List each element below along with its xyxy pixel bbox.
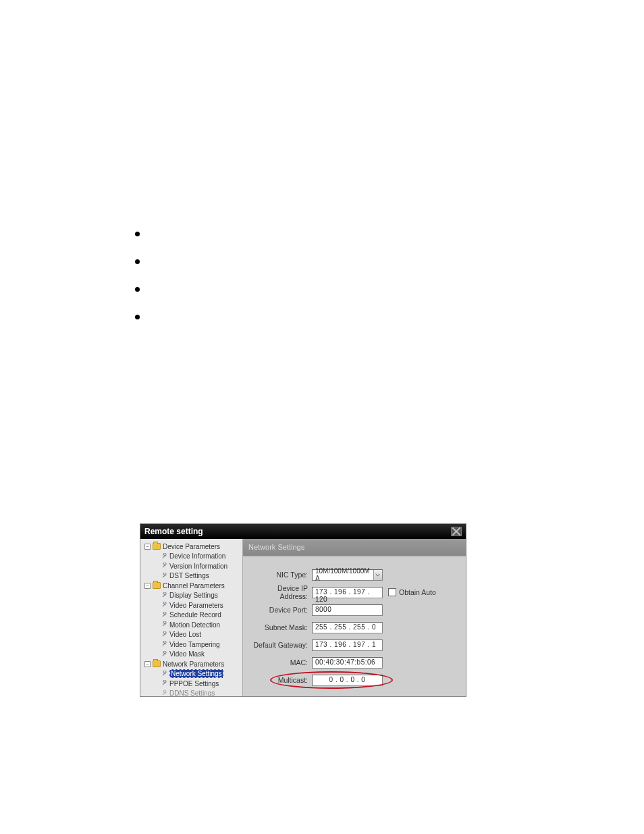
tree-item-display-settings[interactable]: Display Settings xyxy=(142,591,241,601)
tree-item-pppoe-settings[interactable]: PPPOE Settings xyxy=(142,679,241,689)
wrench-icon xyxy=(161,592,167,599)
bullet-item xyxy=(135,315,140,319)
wrench-icon xyxy=(161,631,167,638)
tree-item-video-mask[interactable]: Video Mask xyxy=(142,650,241,660)
tree-item-video-lost[interactable]: Video Lost xyxy=(142,630,241,640)
folder-icon xyxy=(153,582,161,589)
select-value: 10M/100M/1000M A xyxy=(315,567,373,582)
label-ip-address: Device IP Address: xyxy=(248,584,312,600)
label-obtain-auto: Obtain Auto xyxy=(399,588,436,596)
network-settings-panel: Network Settings NIC Type: 10M/100M/1000… xyxy=(243,539,466,696)
label-multicast: Multicast: xyxy=(248,676,312,684)
collapse-icon[interactable]: − xyxy=(144,583,151,589)
wrench-icon xyxy=(161,612,167,619)
row-default-gateway: Default Gateway: 173 . 196 . 197 . 1 xyxy=(248,639,460,651)
input-default-gateway[interactable]: 173 . 196 . 197 . 1 xyxy=(312,640,383,651)
tree-label: Version Information xyxy=(169,563,227,570)
label-default-gateway: Default Gateway: xyxy=(248,641,312,649)
wrench-icon xyxy=(161,573,167,579)
collapse-icon[interactable]: − xyxy=(144,661,151,667)
wrench-icon xyxy=(161,671,167,677)
input-ip-address[interactable]: 173 . 196 . 197 . 120 xyxy=(312,587,383,598)
label-mac: MAC: xyxy=(248,658,312,667)
checkbox-obtain-auto[interactable] xyxy=(388,588,396,596)
label-subnet-mask: Subnet Mask: xyxy=(248,623,312,631)
tree-item-video-parameters[interactable]: Video Parameters xyxy=(142,600,241,610)
tree-label: Video Mask xyxy=(169,650,205,658)
input-multicast[interactable]: 0 . 0 . 0 . 0 xyxy=(312,675,383,686)
wrench-icon xyxy=(161,641,167,648)
tree-label: Channel Parameters xyxy=(163,582,225,590)
tree-item-schedule-record[interactable]: Schedule Record xyxy=(142,610,241,621)
tree-label-selected: Network Settings xyxy=(169,669,223,678)
tree-label: Device Parameters xyxy=(163,543,220,550)
collapse-icon[interactable]: − xyxy=(144,544,151,550)
tree-label: Display Settings xyxy=(169,592,218,599)
tree-item-ddns-settings[interactable]: DDNS Settings xyxy=(142,689,241,697)
select-nic-type[interactable]: 10M/100M/1000M A xyxy=(312,569,383,581)
folder-icon xyxy=(153,660,161,667)
tree-label: Video Parameters xyxy=(169,602,223,609)
dialog-title: Remote setting xyxy=(144,527,203,536)
input-mac[interactable]: 00:40:30:47:b5:06 xyxy=(312,657,383,669)
row-ip-address: Device IP Address: 173 . 196 . 197 . 120… xyxy=(248,586,460,598)
row-multicast: Multicast: 0 . 0 . 0 . 0 xyxy=(248,674,460,686)
wrench-icon xyxy=(161,690,167,696)
tree-folder-channel-parameters[interactable]: − Channel Parameters xyxy=(142,581,241,591)
wrench-icon xyxy=(161,680,167,687)
tree-label: Network Parameters xyxy=(163,660,224,668)
input-subnet-mask[interactable]: 255 . 255 . 255 . 0 xyxy=(312,622,383,633)
tree-label: DST Settings xyxy=(169,572,209,579)
tree-label: PPPOE Settings xyxy=(169,680,219,687)
folder-icon xyxy=(153,543,161,550)
tree-item-video-tampering[interactable]: Video Tampering xyxy=(142,640,241,650)
close-icon xyxy=(452,527,461,536)
input-device-port[interactable]: 8000 xyxy=(312,604,383,616)
tree-item-device-information[interactable]: Device Information xyxy=(142,552,241,562)
tree-label: DDNS Settings xyxy=(169,689,215,696)
dialog-titlebar: Remote setting xyxy=(140,524,466,539)
wrench-icon xyxy=(161,553,167,560)
tree-item-network-settings[interactable]: Network Settings xyxy=(142,669,241,679)
tree-label: Video Lost xyxy=(169,631,201,638)
tree-folder-network-parameters[interactable]: − Network Parameters xyxy=(142,659,241,669)
tree-item-motion-detection[interactable]: Motion Detection xyxy=(142,620,241,630)
settings-tree: − Device Parameters Device Information V… xyxy=(140,539,243,696)
wrench-icon xyxy=(161,563,167,569)
wrench-icon xyxy=(161,621,167,628)
bullet-item xyxy=(135,232,140,236)
document-bullets xyxy=(135,232,140,342)
tree-label: Video Tampering xyxy=(169,641,220,648)
tree-item-dst-settings[interactable]: DST Settings xyxy=(142,571,241,581)
chevron-down-icon xyxy=(373,570,382,580)
bullet-item xyxy=(135,259,140,264)
wrench-icon xyxy=(161,651,167,658)
row-subnet-mask: Subnet Mask: 255 . 255 . 255 . 0 xyxy=(248,621,460,633)
tree-folder-device-parameters[interactable]: − Device Parameters xyxy=(142,542,241,552)
tree-label: Motion Detection xyxy=(169,621,220,629)
row-mac: MAC: 00:40:30:47:b5:06 xyxy=(248,656,460,669)
row-nic-type: NIC Type: 10M/100M/1000M A xyxy=(248,569,460,581)
row-device-port: Device Port: 8000 xyxy=(248,604,460,616)
tree-item-version-information[interactable]: Version Information xyxy=(142,561,241,571)
label-nic-type: NIC Type: xyxy=(248,571,312,579)
tree-label: Device Information xyxy=(169,552,225,560)
label-device-port: Device Port: xyxy=(248,606,312,614)
tree-label: Schedule Record xyxy=(169,611,221,619)
remote-setting-dialog: Remote setting − Device Parameters Devic… xyxy=(140,523,466,697)
close-button[interactable] xyxy=(451,527,462,536)
wrench-icon xyxy=(161,602,167,608)
panel-title: Network Settings xyxy=(243,539,466,556)
bullet-item xyxy=(135,287,140,292)
